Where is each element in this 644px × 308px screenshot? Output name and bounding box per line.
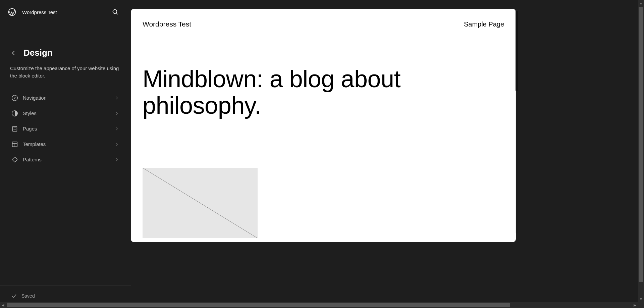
chevron-right-icon: [113, 125, 120, 132]
sidebar-item-templates[interactable]: Templates: [6, 137, 125, 152]
svg-point-1: [113, 10, 117, 14]
svg-rect-12: [12, 157, 17, 162]
sidebar-header: Wordpress Test: [0, 0, 131, 24]
scroll-left-arrow-icon[interactable]: ◀: [0, 302, 6, 308]
right-margin: [519, 0, 644, 308]
window-vertical-scrollbar[interactable]: ▲ ▼: [638, 0, 644, 302]
scroll-right-arrow-icon[interactable]: ▶: [632, 302, 638, 308]
site-editor-sidebar: Wordpress Test Design Customize the appe…: [0, 0, 131, 308]
site-title[interactable]: Wordpress Test: [22, 9, 110, 15]
preview-nav-link[interactable]: Sample Page: [464, 20, 504, 28]
chevron-right-icon: [113, 110, 120, 117]
preview-site-header: Wordpress Test Sample Page: [143, 9, 504, 28]
preview-post-thumbnail[interactable]: [143, 168, 258, 238]
sidebar-item-styles[interactable]: Styles: [6, 106, 125, 121]
panel-nav-list: Navigation Styles: [0, 80, 131, 167]
sidebar-item-patterns[interactable]: Patterns: [6, 152, 125, 167]
sidebar-item-label: Patterns: [23, 157, 113, 162]
sidebar-item-navigation[interactable]: Navigation: [6, 90, 125, 106]
preview-site-title[interactable]: Wordpress Test: [143, 20, 464, 28]
templates-icon: [11, 140, 19, 148]
styles-icon: [11, 109, 19, 117]
preview-scrollbar-thumb[interactable]: [515, 11, 518, 91]
panel-heading-row: Design: [0, 24, 131, 58]
preview-scrollbar[interactable]: [515, 11, 518, 234]
site-preview-canvas[interactable]: Wordpress Test Sample Page Mindblown: a …: [131, 9, 516, 242]
back-icon[interactable]: [9, 49, 17, 57]
sidebar-item-label: Navigation: [23, 95, 113, 101]
patterns-icon: [11, 156, 19, 164]
pages-icon: [11, 125, 19, 133]
preview-scroll[interactable]: Wordpress Test Sample Page Mindblown: a …: [131, 9, 516, 242]
svg-line-2: [116, 13, 118, 14]
chevron-right-icon: [113, 156, 120, 163]
compass-icon: [11, 94, 19, 102]
scroll-corner: [638, 302, 644, 308]
scroll-up-arrow-icon[interactable]: ▲: [638, 0, 644, 6]
svg-marker-4: [14, 97, 16, 99]
svg-line-13: [143, 168, 258, 238]
chevron-right-icon: [113, 95, 120, 101]
chevron-right-icon: [113, 141, 120, 148]
scroll-down-arrow-icon[interactable]: ▼: [638, 296, 644, 302]
window-horizontal-scrollbar-thumb[interactable]: [7, 303, 510, 307]
window-vertical-scrollbar-thumb[interactable]: [639, 7, 643, 282]
window-horizontal-scrollbar[interactable]: ◀ ▶: [0, 302, 638, 308]
search-icon[interactable]: [110, 7, 121, 17]
sidebar-item-label: Styles: [23, 110, 113, 116]
wordpress-logo-icon[interactable]: [8, 8, 16, 16]
sidebar-item-pages[interactable]: Pages: [6, 121, 125, 137]
sidebar-item-label: Templates: [23, 141, 113, 147]
panel-title: Design: [23, 48, 53, 58]
panel-description: Customize the appearance of your website…: [0, 58, 131, 80]
svg-rect-6: [13, 126, 17, 131]
check-icon: [10, 292, 18, 300]
svg-rect-9: [12, 142, 17, 147]
sidebar-item-label: Pages: [23, 126, 113, 132]
preview-blog-heading[interactable]: Mindblown: a blog about philosophy.: [143, 66, 504, 119]
save-status-label: Saved: [21, 293, 35, 299]
